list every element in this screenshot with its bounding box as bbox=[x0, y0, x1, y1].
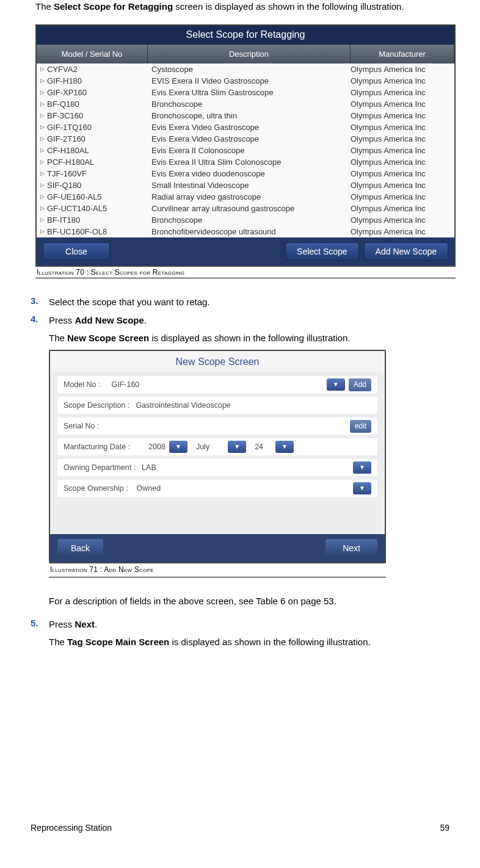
cell-manufacturer: Olympus America Inc bbox=[351, 88, 454, 97]
cell-manufacturer: Olympus America Inc bbox=[351, 204, 454, 213]
step-3-text: Select the scope that you want to retag. bbox=[49, 295, 449, 309]
table-row[interactable]: ▷BF-IT180BronchoscopeOlympus America Inc bbox=[37, 214, 454, 226]
expand-icon: ▷ bbox=[40, 66, 45, 72]
table-row[interactable]: ▷CYFVA2CystoscopeOlympus America Inc bbox=[37, 63, 454, 75]
back-button[interactable]: Back bbox=[57, 539, 103, 557]
cell-description: Cystoscope bbox=[151, 65, 351, 74]
cell-description: Evis Exera Ultra Slim Gastroscope bbox=[151, 88, 351, 97]
field-scope-description: Scope Description : Gastrointestinal Vid… bbox=[57, 397, 377, 414]
step-5-number: 5. bbox=[31, 618, 49, 654]
day-dropdown-icon[interactable]: ▼ bbox=[275, 441, 294, 453]
model-dropdown-icon[interactable]: ▼ bbox=[327, 378, 345, 391]
month-dropdown-icon[interactable]: ▼ bbox=[228, 441, 246, 453]
expand-icon: ▷ bbox=[40, 147, 45, 153]
cell-description: Bronchoscope, ultra thin bbox=[151, 111, 351, 120]
figure-new-scope: New Scope Screen Model No : GIF-160 ▼ Ad… bbox=[49, 350, 386, 563]
field-model-no: Model No : GIF-160 ▼ Add bbox=[57, 376, 377, 393]
cell-manufacturer: Olympus America Inc bbox=[351, 227, 454, 236]
next-button[interactable]: Next bbox=[325, 539, 377, 557]
cell-model: BF-3C160 bbox=[47, 111, 83, 120]
cell-manufacturer: Olympus America Inc bbox=[351, 169, 454, 178]
cell-description: Evis Exera II Colonoscope bbox=[151, 146, 351, 155]
step-4-number: 4. bbox=[31, 314, 49, 613]
intro-paragraph: The Select Scope for Retagging screen is… bbox=[35, 0, 449, 13]
table-row[interactable]: ▷SIF-Q180Small Intestinal VideoscopeOlym… bbox=[37, 179, 454, 191]
cell-description: Evis Exera video duodenoscope bbox=[151, 169, 351, 178]
expand-icon: ▷ bbox=[40, 159, 45, 165]
field-scope-ownership: Scope Ownership : Owned ▼ bbox=[57, 480, 377, 497]
cell-manufacturer: Olympus America Inc bbox=[351, 111, 454, 120]
field-mfg-date: Manfacturing Date : 2008 ▼ July ▼ 24 ▼ bbox=[57, 438, 377, 455]
header-model: Model / Serial No bbox=[37, 45, 148, 63]
table-row[interactable]: ▷GIF-XP160Evis Exera Ultra Slim Gastrosc… bbox=[37, 87, 454, 98]
cell-model: GF-UE160-AL5 bbox=[47, 192, 102, 201]
expand-icon: ▷ bbox=[40, 78, 45, 84]
table-row[interactable]: ▷GIF-H180EVIS Exera II Video Gastroscope… bbox=[37, 75, 454, 87]
cell-description: Bronchoscope bbox=[151, 215, 351, 225]
cell-description: EVIS Exera II Video Gastroscope bbox=[151, 76, 351, 85]
dept-dropdown-icon[interactable]: ▼ bbox=[353, 461, 371, 474]
table-row[interactable]: ▷GIF-2T160Evis Exera Video GastroscopeOl… bbox=[37, 133, 454, 145]
cell-description: Evis Exera Video Gastroscope bbox=[151, 123, 351, 132]
expand-icon: ▷ bbox=[40, 136, 45, 142]
table-row[interactable]: ▷TJF-160VFEvis Exera video duodenoscopeO… bbox=[37, 168, 454, 179]
cell-description: Evis Exrea II Ultra Slim Colonoscope bbox=[151, 157, 351, 167]
step-4-line1: Press Add New Scope. bbox=[49, 314, 449, 327]
cell-model: CF-H180AL bbox=[47, 146, 89, 155]
cell-manufacturer: Olympus America Inc bbox=[351, 181, 454, 190]
expand-icon: ▷ bbox=[40, 182, 45, 188]
year-dropdown-icon[interactable]: ▼ bbox=[169, 441, 187, 453]
cell-model: GF-UCT140-AL5 bbox=[47, 204, 107, 213]
add-button[interactable]: Add bbox=[349, 378, 371, 391]
expand-icon: ▷ bbox=[40, 101, 45, 107]
ownership-dropdown-icon[interactable]: ▼ bbox=[353, 482, 371, 494]
cell-manufacturer: Olympus America Inc bbox=[351, 157, 454, 167]
add-new-scope-button[interactable]: Add New Scope bbox=[364, 242, 448, 261]
cell-manufacturer: Olympus America Inc bbox=[351, 192, 454, 201]
select-scope-button[interactable]: Select Scope bbox=[285, 242, 359, 261]
figure2-caption: Illustration 71 : Add New Scope bbox=[49, 563, 386, 577]
expand-icon: ▷ bbox=[40, 205, 45, 211]
cell-description: Small Intestinal Videoscope bbox=[151, 181, 351, 190]
cell-description: Evis Exera Video Gastroscope bbox=[151, 134, 351, 143]
table-row[interactable]: ▷CF-H180ALEvis Exera II ColonoscopeOlymp… bbox=[37, 145, 454, 156]
cell-model: BF-Q180 bbox=[47, 99, 79, 109]
table-row[interactable]: ▷PCF-H180ALEvis Exrea II Ultra Slim Colo… bbox=[37, 156, 454, 168]
cell-manufacturer: Olympus America Inc bbox=[351, 146, 454, 155]
cell-model: GIF-2T160 bbox=[47, 134, 85, 143]
cell-description: Radial array video gastroscope bbox=[151, 192, 351, 201]
table-row[interactable]: ▷BF-UC160F-OL8Bronchofibervideoscope ult… bbox=[37, 226, 454, 237]
cell-manufacturer: Olympus America Inc bbox=[351, 134, 454, 143]
cell-manufacturer: Olympus America Inc bbox=[351, 65, 454, 74]
edit-button[interactable]: edit bbox=[350, 420, 371, 433]
expand-icon: ▷ bbox=[40, 193, 45, 200]
table-row[interactable]: ▷GIF-1TQ160Evis Exera Video GastroscopeO… bbox=[37, 121, 454, 133]
expand-icon: ▷ bbox=[40, 112, 45, 118]
table-row[interactable]: ▷BF-3C160Bronchoscope, ultra thinOlympus… bbox=[37, 110, 454, 121]
step-5-line2: The Tag Scope Main Screen is displayed a… bbox=[49, 635, 449, 649]
page-number: 59 bbox=[440, 823, 449, 833]
header-description: Description bbox=[148, 45, 351, 63]
step-4-line2: The New Scope Screen is displayed as sho… bbox=[49, 331, 449, 345]
cell-manufacturer: Olympus America Inc bbox=[351, 76, 454, 85]
step-3-number: 3. bbox=[31, 295, 49, 309]
cell-manufacturer: Olympus America Inc bbox=[351, 123, 454, 132]
cell-description: Bronchoscope bbox=[151, 99, 351, 109]
cell-model: TJF-160VF bbox=[47, 169, 87, 178]
table-row[interactable]: ▷GF-UE160-AL5Radial array video gastrosc… bbox=[37, 191, 454, 203]
cell-model: GIF-XP160 bbox=[47, 88, 87, 97]
cell-description: Curvilinear array ultrasound gastroscope bbox=[151, 204, 351, 213]
expand-icon: ▷ bbox=[40, 124, 45, 130]
figure-select-scope: Select Scope for Retagging Model / Seria… bbox=[35, 24, 456, 267]
cell-model: BF-IT180 bbox=[47, 215, 80, 225]
expand-icon: ▷ bbox=[40, 89, 45, 95]
close-button[interactable]: Close bbox=[43, 242, 110, 261]
table-row[interactable]: ▷GF-UCT140-AL5Curvilinear array ultrasou… bbox=[37, 203, 454, 214]
fig2-title: New Scope Screen bbox=[50, 351, 385, 372]
cell-model: GIF-H180 bbox=[47, 76, 82, 85]
expand-icon: ▷ bbox=[40, 170, 45, 176]
table-row[interactable]: ▷BF-Q180BronchoscopeOlympus America Inc bbox=[37, 98, 454, 110]
field-serial-no: Serial No : edit bbox=[57, 418, 377, 435]
cell-model: BF-UC160F-OL8 bbox=[47, 227, 107, 236]
cell-model: SIF-Q180 bbox=[47, 181, 81, 190]
